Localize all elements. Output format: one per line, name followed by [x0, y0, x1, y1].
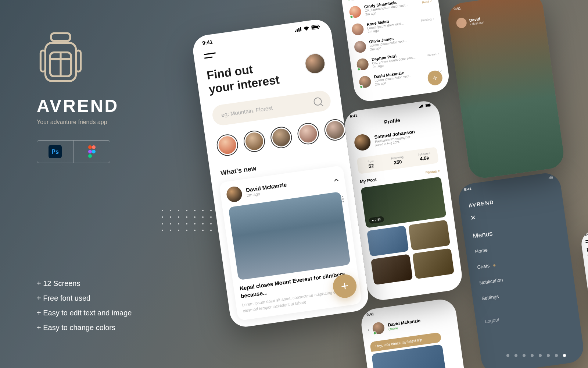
backpack-icon — [37, 29, 85, 85]
feature-item: + 12 Screens — [37, 276, 132, 291]
svg-rect-17 — [300, 27, 302, 31]
photoshop-badge: Ps — [37, 141, 74, 163]
phone-story-screen: 9:41 David2 days ago — [447, 0, 566, 180]
svg-rect-19 — [312, 26, 318, 29]
story-avatar[interactable] — [215, 133, 240, 157]
post-thumbnail[interactable]: ♥ 2.5k — [361, 177, 446, 228]
like-count: ♥ 2.5k — [369, 216, 384, 224]
tool-badges: Ps — [37, 140, 110, 163]
feature-item: + Free font used — [37, 291, 132, 305]
brand-name: AVREND — [37, 96, 119, 116]
svg-rect-31 — [549, 177, 551, 179]
chevron-up-icon[interactable] — [333, 176, 339, 184]
carousel-dots[interactable] — [506, 354, 566, 357]
post-thumbnail[interactable] — [367, 226, 409, 256]
svg-rect-30 — [549, 178, 549, 179]
svg-rect-14 — [295, 31, 296, 32]
phone-conversation-screen: 9:41 ‹ David MckanzieOnline Hey, let's c… — [359, 297, 470, 368]
svg-rect-5 — [40, 50, 45, 71]
story-avatar[interactable] — [296, 121, 320, 146]
svg-rect-26 — [421, 105, 422, 108]
profile-avatar[interactable] — [353, 133, 372, 152]
plus-icon: + — [340, 278, 350, 294]
post-card[interactable]: David Mckanzie 2m ago Nepal closes Mount… — [219, 165, 362, 321]
svg-rect-27 — [422, 105, 423, 107]
svg-rect-29 — [426, 104, 430, 106]
phone-menu-screen: 9:41 AVREND ✕ Menus Home Chats Notificat… — [457, 171, 585, 368]
post-image[interactable] — [228, 191, 351, 280]
dots-decoration — [162, 210, 221, 231]
svg-rect-15 — [297, 29, 298, 32]
svg-point-23 — [343, 201, 344, 202]
post-thumbnail[interactable] — [408, 220, 451, 251]
photos-link[interactable]: Photos > — [425, 169, 440, 174]
svg-point-10 — [92, 145, 96, 149]
svg-point-21 — [342, 195, 344, 197]
post-thumbnail[interactable] — [371, 254, 413, 285]
svg-rect-16 — [298, 28, 300, 32]
story-avatar[interactable] — [269, 125, 293, 150]
status-time: 9:41 — [202, 39, 213, 46]
story-avatar[interactable] — [242, 129, 266, 153]
svg-rect-0 — [51, 33, 70, 41]
search-placeholder: eg: Mountain, Florest — [221, 105, 273, 118]
phone-chats-screen: David MckanzieHey, let's check my latest… — [338, 0, 451, 103]
post-thumbnail[interactable] — [412, 248, 455, 279]
svg-text:Ps: Ps — [51, 149, 59, 155]
story-avatar[interactable] — [456, 17, 467, 29]
user-avatar[interactable] — [304, 52, 327, 75]
svg-rect-33 — [552, 176, 553, 178]
feature-list: + 12 Screens + Free font used + Easy to … — [37, 276, 132, 335]
svg-rect-24 — [419, 107, 420, 108]
figma-badge — [74, 141, 110, 163]
svg-point-22 — [342, 198, 344, 200]
feature-item: + Easy to change colors — [37, 320, 132, 335]
story-avatar[interactable] — [323, 118, 347, 142]
svg-point-12 — [92, 150, 96, 153]
my-post-heading: My Post — [359, 177, 377, 184]
svg-point-9 — [88, 145, 92, 149]
post-author-avatar[interactable] — [226, 185, 243, 203]
svg-rect-32 — [551, 176, 552, 178]
brand-tagline: Your advanture friends app — [37, 119, 119, 125]
svg-rect-25 — [420, 106, 421, 108]
svg-point-11 — [88, 150, 92, 153]
svg-rect-6 — [76, 50, 81, 71]
status-icons — [294, 24, 320, 32]
phone-mini-screen: 9:41 Find outyour inter eg: Mountain, F … — [580, 224, 588, 325]
search-icon — [313, 97, 322, 106]
back-icon[interactable]: ‹ — [368, 328, 369, 332]
feature-item: + Easy to edit text and image — [37, 305, 132, 320]
svg-point-13 — [88, 154, 92, 158]
more-icon[interactable] — [342, 195, 344, 204]
svg-rect-20 — [319, 26, 320, 27]
